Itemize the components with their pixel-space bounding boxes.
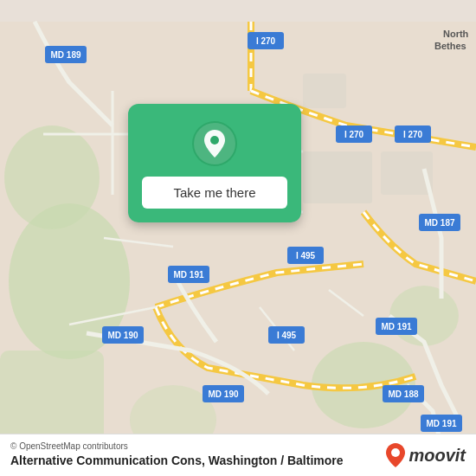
action-card: Take me there <box>128 104 301 222</box>
svg-point-2 <box>4 125 100 229</box>
svg-text:MD 191: MD 191 <box>173 270 203 280</box>
svg-rect-9 <box>303 74 346 108</box>
svg-text:I 270: I 270 <box>403 130 423 139</box>
svg-point-50 <box>210 136 219 145</box>
svg-point-51 <box>391 448 400 457</box>
svg-text:MD 191: MD 191 <box>381 322 411 331</box>
svg-text:I 495: I 495 <box>277 331 297 340</box>
svg-rect-7 <box>303 151 372 203</box>
svg-text:MD 187: MD 187 <box>424 218 454 228</box>
svg-text:Bethes: Bethes <box>434 41 466 51</box>
svg-text:MD 190: MD 190 <box>208 389 238 399</box>
svg-text:MD 190: MD 190 <box>107 331 138 340</box>
svg-point-4 <box>389 286 459 346</box>
svg-text:MD 191: MD 191 <box>426 419 456 428</box>
svg-text:North: North <box>443 29 469 39</box>
moovit-pin-icon <box>386 443 405 467</box>
moovit-logo: moovit <box>386 443 466 467</box>
moovit-brand-text: moovit <box>408 446 466 466</box>
info-bar: © OpenStreetMap contributors Alternative… <box>0 434 476 476</box>
take-me-there-button[interactable]: Take me there <box>142 177 287 209</box>
svg-text:I 270: I 270 <box>256 36 276 46</box>
svg-text:MD 189: MD 189 <box>50 50 80 60</box>
svg-text:MD 188: MD 188 <box>388 389 418 399</box>
map-svg: MD 189 I 270 I 270 I 270 MD 187 I 495 I … <box>0 0 476 476</box>
svg-text:I 495: I 495 <box>296 251 316 261</box>
svg-text:I 270: I 270 <box>344 130 364 139</box>
location-pin-icon <box>192 121 237 166</box>
map-container: MD 189 I 270 I 270 I 270 MD 187 I 495 I … <box>0 0 476 476</box>
